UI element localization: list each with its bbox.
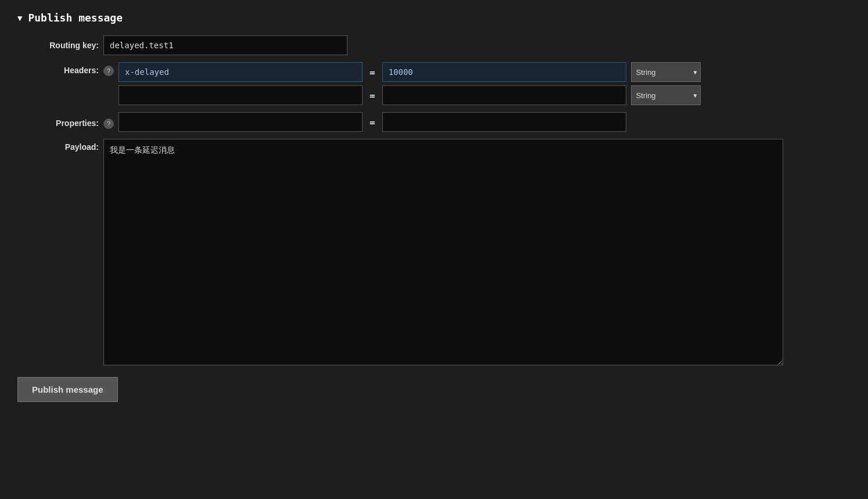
section-header: ▼ Publish message (17, 12, 851, 24)
properties-help-badge[interactable]: ? (103, 119, 114, 129)
equals-sign-2: = (367, 90, 378, 101)
chevron-icon[interactable]: ▼ (17, 13, 22, 23)
properties-key-input[interactable] (119, 112, 363, 132)
properties-equals-sign: = (367, 117, 378, 128)
properties-label-area: Properties: ? (17, 115, 114, 129)
header-type-select-wrapper-2: String Number Boolean (631, 85, 701, 105)
equals-sign-1: = (367, 67, 378, 78)
headers-help-badge[interactable]: ? (103, 66, 114, 76)
payload-textarea[interactable]: 我是一条延迟消息 (103, 139, 783, 365)
routing-key-input[interactable] (103, 35, 347, 55)
publish-message-button[interactable]: Publish message (17, 377, 118, 402)
properties-value-input[interactable] (382, 112, 626, 132)
header-value-input-1[interactable] (382, 62, 626, 82)
headers-label-area: Headers: ? (17, 62, 114, 76)
routing-key-row: Routing key: (17, 35, 851, 55)
header-key-input-2[interactable] (119, 85, 363, 105)
section-title: Publish message (28, 12, 123, 24)
headers-row: Headers: ? = String Number Boolean (17, 62, 851, 105)
properties-label: Properties: (17, 119, 99, 128)
button-area: Publish message (17, 377, 851, 402)
headers-label: Headers: (17, 66, 99, 75)
payload-section: Payload: 我是一条延迟消息 (17, 139, 851, 365)
header-key-input-1[interactable] (119, 62, 363, 82)
headers-rows-wrapper: = String Number Boolean = String (119, 62, 701, 105)
properties-row: Properties: ? = (17, 112, 851, 132)
routing-key-label: Routing key: (17, 41, 99, 50)
header-row-1: = String Number Boolean (119, 62, 701, 82)
publish-message-container: ▼ Publish message Routing key: Headers: … (0, 0, 868, 499)
header-type-select-2[interactable]: String Number Boolean (631, 85, 701, 105)
header-type-select-1[interactable]: String Number Boolean (631, 62, 701, 82)
header-row-2: = String Number Boolean (119, 85, 701, 105)
header-type-select-wrapper-1: String Number Boolean (631, 62, 701, 82)
header-value-input-2[interactable] (382, 85, 626, 105)
payload-label: Payload: (17, 139, 99, 152)
